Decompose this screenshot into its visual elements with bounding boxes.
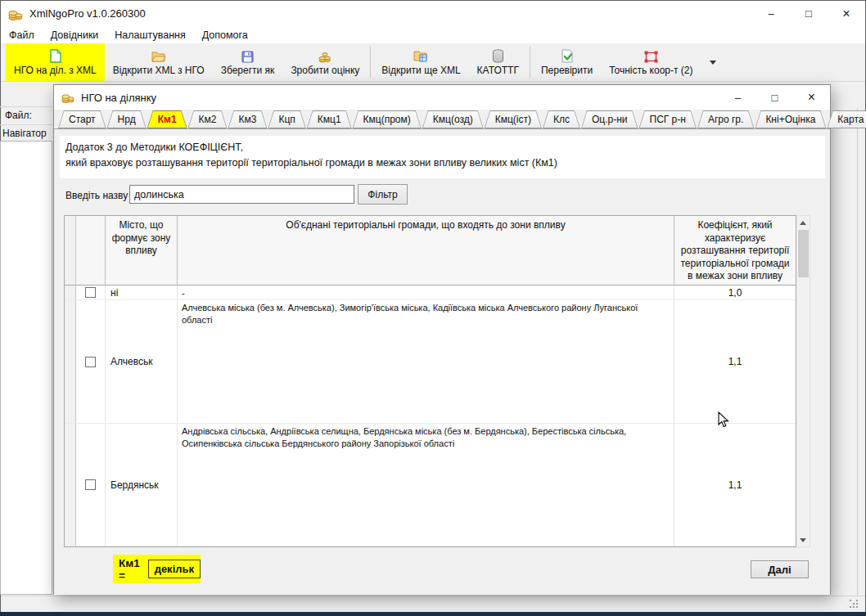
dialog-maximize-button[interactable]: □ [756, 85, 793, 110]
tab-kmc-ozd[interactable]: Кмц(озд) [422, 110, 484, 128]
tab-kmc-ist[interactable]: Кмц(іст) [485, 110, 542, 128]
coins-dialog-icon [61, 91, 74, 104]
header-checkbox-cell [76, 216, 106, 286]
toolbar-button-label: КАТОТТГ [477, 65, 519, 76]
menu-help[interactable]: Допомога [194, 26, 256, 43]
navigator-panel[interactable] [0, 141, 52, 595]
table-scrollbar[interactable] [796, 215, 810, 547]
database-icon [492, 48, 504, 63]
communities-table: Місто, що формує зону впливу Об'єднані т… [64, 215, 810, 547]
km1-result: Км1 = декільк [113, 555, 201, 583]
row-checkbox[interactable] [85, 479, 96, 490]
toolbar-button-label: Відкрити ще XML [381, 65, 460, 76]
ngo-dialog: НГО на ділянку – □ × Старт Нрд Км1 Км2 К… [53, 84, 831, 595]
row-selector[interactable] [65, 286, 76, 300]
scrollbar-thumb[interactable] [798, 230, 809, 277]
row-selector[interactable] [65, 424, 76, 546]
km1-result-value: декільк [148, 560, 201, 578]
header-line2: який враховує розташування території тер… [65, 157, 557, 169]
maximize-button[interactable]: □ [790, 1, 828, 26]
toolbar-button-label: Точність коор-т (2) [609, 65, 692, 76]
scrollbar-down-icon[interactable] [797, 533, 810, 546]
tab-kcp[interactable]: Кцп [268, 110, 305, 128]
toolbar-button-label: Зробити оцінку [291, 65, 359, 76]
dialog-minimize-button[interactable]: – [719, 85, 756, 110]
filter-button[interactable]: Фільтр [358, 184, 408, 205]
table-header-row: Місто, що формує зону впливу Об'єднані т… [65, 216, 796, 286]
close-button[interactable]: × [828, 1, 865, 26]
navigator-label: Навігатор [2, 128, 47, 139]
header-line1: Додаток 3 до Методики КОЕФІЦІЄНТ, [65, 142, 243, 153]
tab-agro-gr[interactable]: Агро гр. [697, 110, 754, 128]
toolbar-katottg-button[interactable]: КАТОТТГ [469, 43, 527, 81]
coins-icon [318, 48, 332, 63]
tab-kmc-prom[interactable]: Кмц(пром) [353, 110, 422, 128]
toolbar-ngo-from-xml-button[interactable]: НГО на діл. з XML [6, 43, 105, 81]
tab-km2[interactable]: Км2 [188, 110, 228, 128]
row-coefficient: 1,1 [674, 424, 796, 546]
row-city: ні [106, 286, 178, 300]
tab-kni-ocinka[interactable]: Кні+Оцінка [755, 110, 826, 128]
toolbar-separator [530, 47, 530, 78]
tab-kmc1[interactable]: Кмц1 [307, 110, 352, 128]
open-folder-icon [151, 48, 166, 63]
application-window: XmlNgoPro v1.0.260300 – □ × Файл Довідни… [0, 0, 866, 616]
taskbar-strip [0, 612, 866, 616]
table-row[interactable]: ні - 1,0 [65, 286, 796, 300]
filter-label: Введіть назву [65, 190, 128, 201]
save-floppy-icon [241, 48, 254, 63]
tab-nrd[interactable]: Нрд [107, 110, 147, 128]
tab-start[interactable]: Старт [58, 110, 106, 128]
divider [0, 106, 52, 107]
table-row[interactable]: Бердянськ Андрівська сільська, Андріївсь… [65, 424, 796, 546]
tab-psg-r-n[interactable]: ПСГ р-н [639, 110, 697, 128]
toolbar-make-assessment-button[interactable]: Зробити оцінку [282, 43, 368, 81]
menu-file[interactable]: Файл [1, 26, 43, 43]
dialog-titlebar: НГО на ділянку – □ × [54, 85, 830, 110]
toolbar-separator [370, 47, 371, 78]
main-window-title: XmlNgoPro v1.0.260300 [29, 7, 146, 20]
chevron-down-icon [710, 61, 716, 65]
menu-settings[interactable]: Налаштування [106, 26, 193, 43]
resize-grip[interactable] [850, 600, 859, 609]
table-row[interactable]: Алчевськ Алчевська міська (без м. Алчевс… [65, 300, 796, 424]
tab-km1[interactable]: Км1 [147, 110, 187, 128]
toolbar-save-as-button[interactable]: Зберегти як [213, 43, 283, 81]
toolbar-open-xml-button[interactable]: Відкрити XML з НГО [105, 43, 213, 81]
filter-input[interactable] [129, 185, 354, 204]
row-communities: Алчевська міська (без м. Алчевська), Зим… [178, 300, 674, 424]
row-communities: Андрівська сільська, Андріївська селищна… [178, 424, 674, 546]
mouse-cursor [718, 411, 729, 429]
row-city: Бердянськ [106, 424, 178, 546]
tab-kls[interactable]: Клс [543, 110, 580, 128]
row-checkbox[interactable] [85, 287, 96, 298]
toolbar-button-label: Відкрити XML з НГО [113, 65, 205, 76]
file-label: Файл: [5, 110, 32, 121]
toolbar-overflow-button[interactable] [701, 43, 724, 81]
header-coefficient: Коефіцієнт, який характеризує розташуван… [674, 216, 796, 286]
minimize-button[interactable]: – [752, 1, 790, 26]
menubar: Файл Довідники Налаштування Допомога [1, 26, 865, 43]
header-city: Місто, що формує зону впливу [106, 216, 178, 286]
next-button[interactable]: Далі [751, 560, 809, 578]
tab-oc-r-ny[interactable]: Оц.р-ни [581, 110, 638, 128]
toolbar-open-extra-xml-button[interactable]: Відкрити ще XML [373, 43, 468, 81]
header-selector-cell [65, 216, 76, 286]
precision-coordinates-icon [644, 48, 658, 63]
tabstrip: Старт Нрд Км1 Км2 Км3 Кцп Кмц1 Кмц(пром)… [54, 110, 830, 129]
toolbar-verify-button[interactable]: Перевірити [533, 43, 601, 81]
tab-karta[interactable]: Карта [827, 110, 866, 128]
row-coefficient: 1,0 [674, 286, 796, 300]
dialog-close-button[interactable]: × [793, 85, 830, 110]
tab-km3[interactable]: Км3 [228, 110, 267, 128]
toolbar-precision-button[interactable]: Точність коор-т (2) [601, 43, 701, 81]
scrollbar-up-icon[interactable] [797, 216, 810, 229]
menu-directories[interactable]: Довідники [43, 26, 107, 43]
main-titlebar: XmlNgoPro v1.0.260300 – □ × [1, 1, 865, 26]
statusbar [1, 596, 865, 612]
row-selector[interactable] [65, 300, 76, 424]
row-coefficient: 1,1 [674, 300, 796, 424]
row-city: Алчевськ [106, 300, 178, 424]
row-checkbox[interactable] [85, 357, 96, 367]
methodology-header: Додаток 3 до Методики КОЕФІЦІЄНТ, який в… [60, 136, 825, 178]
